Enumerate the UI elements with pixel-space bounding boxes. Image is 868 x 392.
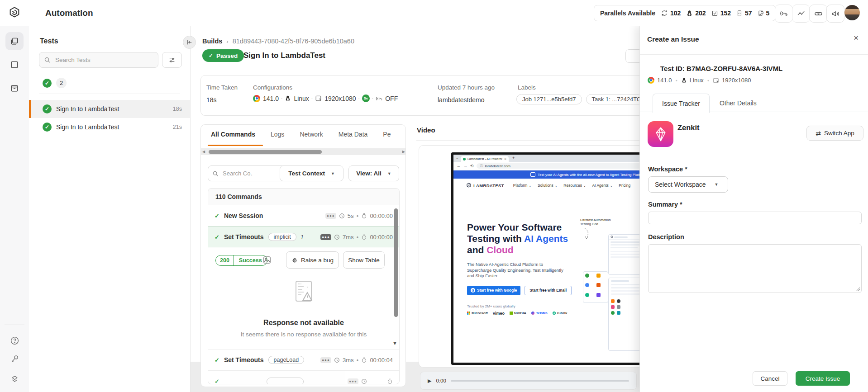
filter-sliders-icon [168, 57, 176, 64]
description-label: Description [648, 233, 684, 241]
tab-performance[interactable]: Pe [383, 131, 391, 138]
command-duration: 3ms [343, 357, 354, 364]
rail-item-access-key[interactable] [5, 349, 24, 368]
empty-response-title: Response not available [208, 319, 399, 327]
close-icon[interactable]: × [854, 33, 858, 43]
drawer-resolution: 1920x1080 [722, 77, 751, 84]
site-nav-pricing: Pricing [619, 183, 630, 188]
mock-logo-icon [610, 236, 613, 238]
test-duration: 18s [173, 106, 182, 112]
more-options-chip[interactable]: ●●● [348, 378, 358, 384]
rail-item-builds[interactable] [5, 32, 24, 50]
hscroll-thumb[interactable] [209, 150, 322, 154]
clock-icon [334, 357, 340, 363]
rail-item-switch-product[interactable] [5, 370, 24, 388]
check-icon: ✓ [215, 357, 219, 364]
tab-all-commands[interactable]: All Commands [211, 131, 255, 138]
screenshot-icon[interactable] [262, 255, 272, 264]
mobile-parallels-count: 57 [745, 9, 752, 17]
video-seekbar[interactable] [451, 380, 629, 382]
test-context-dropdown[interactable]: Test Context ▼ [280, 165, 343, 181]
tab-issue-tracker[interactable]: Issue Tracker [653, 94, 710, 113]
tabs-hscrollbar[interactable]: ◀ ▶ [201, 148, 406, 155]
breadcrumb-builds-link[interactable]: Builds [202, 38, 222, 45]
scroll-right-icon[interactable]: ▶ [402, 150, 405, 154]
more-options-chip[interactable]: ●●● [320, 357, 331, 363]
reload-icon: ⟲ [470, 164, 474, 168]
tab-issue-tracker-label: Issue Tracker [662, 100, 700, 107]
stopwatch-icon [361, 357, 367, 363]
show-table-button[interactable]: Show Table [343, 251, 385, 269]
description-textarea[interactable] [648, 244, 862, 293]
fingerprint-button[interactable] [775, 5, 793, 23]
build-title: Sign In to LambdaTest [243, 51, 325, 60]
commands-search-input[interactable] [222, 170, 253, 177]
fingerprint-icon [780, 9, 788, 18]
scroll-left-icon[interactable]: ◀ [202, 150, 205, 154]
command-row-new-session[interactable]: ✓ New Session ●●● 5s ● 00:00:00 [208, 205, 399, 227]
drawer-config-row: 141.0 ● Linux ● 1920x1080 [648, 77, 751, 84]
test-list-item[interactable]: ✓ Sign In to LambdaTest 21s [29, 118, 190, 136]
linux-icon [285, 95, 291, 102]
view-filter-label: View: All [356, 170, 382, 177]
tab-other-details[interactable]: Other Details [712, 94, 764, 112]
command-name: Set Timeouts [224, 356, 264, 364]
workspace-select[interactable]: Select Workspace ▼ [648, 176, 728, 193]
summary-input[interactable] [648, 212, 862, 224]
os-name: Linux [294, 95, 309, 102]
brand-telstra: Telstra [531, 311, 548, 315]
stopwatch-icon [361, 234, 367, 240]
analytics-button[interactable] [792, 5, 810, 23]
browser-chevron-icon: ⌄ [456, 156, 459, 160]
rail-item-sessions[interactable] [5, 56, 24, 74]
tab-meta-data[interactable]: Meta Data [339, 131, 368, 138]
switch-app-label: Switch App [824, 130, 854, 137]
hero-subtext: The Native AI-Agentic Cloud Platform to … [467, 262, 564, 279]
rail-item-archive[interactable] [5, 79, 24, 97]
create-issue-button[interactable]: Create Issue [796, 371, 850, 386]
rail-item-help[interactable] [5, 331, 24, 349]
collapse-sidebar-button[interactable] [183, 36, 196, 49]
tests-search-input[interactable] [54, 56, 145, 64]
tests-filter-button[interactable] [162, 52, 182, 68]
search-icon [44, 57, 51, 63]
resize-handle-icon[interactable] [856, 287, 860, 291]
site-nav-platform: Platform ⌄ [513, 183, 532, 188]
lambdatest-logo-icon[interactable] [8, 6, 21, 19]
search-icon [212, 170, 219, 177]
tab-logs[interactable]: Logs [271, 131, 284, 138]
archive-box-icon [10, 84, 19, 93]
scroll-down-icon[interactable]: ▼ [392, 340, 397, 346]
announcements-button[interactable] [826, 5, 844, 23]
test-list-item-selected[interactable]: ✓ Sign In to LambdaTest 18s [29, 100, 190, 118]
robot-icon [530, 172, 535, 177]
bug-icon [291, 257, 298, 263]
more-options-chip[interactable]: ●●● [325, 213, 336, 219]
user-avatar[interactable] [844, 5, 860, 20]
nvidia-logo-icon [510, 312, 513, 315]
command-row-pageload[interactable]: ✓ Set Timeouts pageLoad ●●● 3ms ● 00:00:… [208, 349, 399, 371]
job-badge[interactable]: Job 1271...e5b5efd7 [516, 94, 582, 104]
play-button[interactable]: ▶ [428, 378, 431, 384]
tab-network[interactable]: Network [300, 131, 323, 138]
chevron-down-icon: ▼ [715, 182, 719, 187]
view-filter-dropdown[interactable]: View: All ▼ [348, 165, 399, 181]
test-passed-icon: ✓ [43, 123, 52, 132]
vscroll-thumb[interactable] [394, 208, 398, 317]
command-timestamp: 00:00:00 [370, 234, 393, 241]
command-row-set-timeouts-selected[interactable]: ✓ Set Timeouts implicit 1 ●●● 7ms ● 00:0… [208, 227, 399, 247]
more-options-chip[interactable]: ●●● [320, 234, 331, 240]
raise-bug-button[interactable]: Raise a bug [286, 251, 339, 269]
commands-vscrollbar[interactable] [394, 206, 398, 349]
browser-sync-icon [661, 9, 668, 17]
integrations-button[interactable] [809, 5, 827, 23]
switch-app-button[interactable]: ⇄ Switch App [806, 126, 863, 141]
page-title: Automation [45, 0, 93, 26]
clock-icon [334, 234, 340, 240]
browser-tab-title: Lambdatest - AI Powered [467, 157, 502, 161]
microsoft-logo-icon [467, 312, 470, 315]
command-row-partial[interactable]: ✓ ●●● [208, 371, 399, 384]
hero-ai-agents: AI Agents [524, 233, 568, 244]
tests-status-filter[interactable]: ✓ 2 [43, 78, 67, 88]
cancel-button[interactable]: Cancel [753, 371, 787, 386]
